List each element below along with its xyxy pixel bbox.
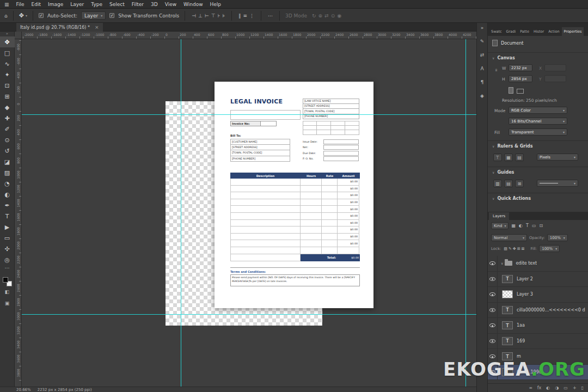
filter-type-layers-icon[interactable]: T <box>526 223 529 228</box>
toolbar-collapse-icon[interactable]: » <box>6 32 8 36</box>
link-dimensions-icon[interactable]: ∞ <box>494 68 499 72</box>
columns-toggle-icon[interactable]: ▤ <box>515 154 524 161</box>
color-mode-dropdown[interactable]: RGB Color ▾ <box>509 107 567 114</box>
gradient-tool[interactable]: ▨ <box>0 167 15 178</box>
home-icon[interactable]: ⌂ <box>4 13 8 19</box>
healing-brush-tool[interactable]: ✚ <box>0 113 15 124</box>
align-right-icon[interactable]: ⊢ <box>205 13 209 19</box>
height-field[interactable]: 2854 px <box>509 75 532 82</box>
canvas-section-header[interactable]: ∨ Canvas <box>492 56 515 60</box>
adjustment-layer-icon[interactable]: ◑ <box>555 385 559 390</box>
align-center-h-icon[interactable]: ⊥ <box>198 13 203 19</box>
type-tool[interactable]: T <box>0 211 15 222</box>
lock-transparency-icon[interactable]: ▨ <box>504 247 507 251</box>
link-layers-icon[interactable]: ∞ <box>529 385 532 390</box>
hand-tool[interactable]: ✣ <box>0 243 15 254</box>
visibility-toggle[interactable] <box>488 272 498 287</box>
move-tool[interactable]: ✥ <box>0 36 15 47</box>
chevron-down-icon[interactable]: ∨ <box>501 261 503 265</box>
vertical-guide[interactable] <box>465 39 466 387</box>
canvas-area[interactable]: LEGAL INVOICE Invoice No: [LAW OFFICE NA… <box>22 39 476 387</box>
menu-item-view[interactable]: View <box>165 2 176 7</box>
edit-toolbar-icon[interactable]: ⋯ <box>5 265 10 273</box>
visibility-toggle[interactable] <box>488 334 498 349</box>
y-field[interactable] <box>544 75 566 82</box>
landscape-orientation-button[interactable] <box>517 89 524 94</box>
blend-mode-dropdown[interactable]: Normal ▾ <box>491 234 527 241</box>
lasso-tool[interactable]: ∿ <box>0 58 15 69</box>
rulers-grids-section-header[interactable]: ∨ Rulers & Grids <box>492 144 532 149</box>
pan-3d-icon[interactable]: ⇄ <box>324 13 329 19</box>
show-transform-checkbox[interactable]: ✓ <box>109 13 114 18</box>
layer-mask-icon[interactable]: ◐ <box>546 385 550 390</box>
layer-row[interactable]: T169 <box>488 334 588 350</box>
menu-item-window[interactable]: Window <box>183 2 203 7</box>
ruler-corner[interactable] <box>15 32 22 39</box>
orbit-3d-icon[interactable]: ↻ <box>312 13 316 19</box>
x-field[interactable] <box>544 64 566 71</box>
more-options-icon[interactable]: ⋯ <box>268 13 273 19</box>
layer-filter-dropdown[interactable]: Kind ▾ <box>491 222 509 229</box>
distribute-horizontal-icon[interactable]: ∥ <box>238 13 241 19</box>
horizontal-guide[interactable] <box>22 314 476 315</box>
guides-section-header[interactable]: ∨ Guides <box>492 170 514 175</box>
crop-tool[interactable]: ⊡ <box>0 80 15 91</box>
zoom-tool[interactable]: ◎ <box>0 254 15 265</box>
eraser-tool[interactable]: ◪ <box>0 156 15 167</box>
smart-guides-toggle-icon[interactable]: ▤ <box>504 180 513 187</box>
layer-row[interactable]: Layer 3 <box>488 287 588 303</box>
pen-tool[interactable]: ✒ <box>0 200 15 211</box>
screen-mode-icon[interactable]: ▣ <box>5 301 10 309</box>
visibility-toggle[interactable] <box>488 318 498 333</box>
menu-item-file[interactable]: File <box>16 2 24 7</box>
menu-item-select[interactable]: Select <box>109 2 125 7</box>
zoom-level[interactable]: 20.66% <box>16 388 31 392</box>
clone-stamp-tool[interactable]: ⊙ <box>0 134 15 145</box>
auto-select-checkbox[interactable]: ✓ <box>39 13 44 18</box>
distribute-spacing-icon[interactable]: ⋮ <box>249 13 254 19</box>
menu-item-layer[interactable]: Layer <box>70 2 84 7</box>
menu-item-help[interactable]: Help <box>210 2 222 7</box>
roll-3d-icon[interactable]: ⊕ <box>318 13 323 19</box>
visibility-toggle[interactable] <box>488 303 498 318</box>
glyphs-panel-icon[interactable]: ◈ <box>480 93 484 99</box>
panel-tab-gradi[interactable]: Gradi <box>504 27 518 36</box>
align-center-v-icon[interactable]: ⊦ <box>218 13 220 19</box>
visibility-toggle[interactable] <box>488 256 498 271</box>
filter-shape-layers-icon[interactable]: ▭ <box>532 223 536 228</box>
new-layer-icon[interactable]: + <box>573 385 577 390</box>
visibility-toggle[interactable] <box>488 287 498 302</box>
auto-select-target-dropdown[interactable]: Layer ▾ <box>81 11 106 20</box>
filter-smart-objects-icon[interactable]: ⊡ <box>539 223 543 228</box>
history-brush-tool[interactable]: ↺ <box>0 145 15 156</box>
layer-row[interactable]: TLayer 2 <box>488 272 588 287</box>
lock-artboard-icon[interactable]: ⊞ <box>517 247 520 251</box>
layer-row[interactable]: Tcilla0000000...<<<<<<<<0 d <box>488 303 588 318</box>
vertical-guide[interactable] <box>181 39 181 387</box>
brush-tool[interactable]: ✐ <box>0 124 15 134</box>
menu-item-filter[interactable]: Filter <box>132 2 144 7</box>
color-swatches[interactable] <box>3 277 12 286</box>
dodge-tool[interactable]: ◐ <box>0 189 15 200</box>
grid-toggle-icon[interactable]: ▦ <box>504 154 513 161</box>
horizontal-guide[interactable] <box>22 114 476 115</box>
guides-toggle-icon[interactable]: ▥ <box>493 180 502 187</box>
menu-item-image[interactable]: Image <box>48 2 63 7</box>
canvas-fill-dropdown[interactable]: Transparent ▾ <box>509 128 567 136</box>
align-top-icon[interactable]: ⊤ <box>211 13 216 19</box>
quick-actions-section-header[interactable]: ∨ Quick Actions <box>492 196 531 201</box>
opacity-field[interactable]: 100% ▾ <box>547 234 568 241</box>
eyedropper-tool[interactable]: ◆ <box>0 102 15 113</box>
current-tool-preset[interactable]: ✥ ▾ <box>19 12 27 19</box>
vertical-ruler[interactable]: -800-600-400-200020040060080010001200140… <box>15 39 22 387</box>
filter-adjustment-layers-icon[interactable]: ◐ <box>519 223 523 228</box>
layers-tab[interactable]: Layers <box>489 212 509 220</box>
lock-pixels-icon[interactable]: ✎ <box>509 247 512 251</box>
align-left-icon[interactable]: ⊣ <box>192 13 196 19</box>
filter-pixel-layers-icon[interactable]: ▦ <box>511 223 516 228</box>
align-bottom-icon[interactable]: ⊧ <box>222 13 225 19</box>
quick-mask-icon[interactable]: ◧ <box>5 289 10 298</box>
blur-tool[interactable]: ◔ <box>0 178 15 189</box>
menu-item-type[interactable]: Type <box>91 2 102 7</box>
fill-field[interactable]: 100% ▾ <box>539 245 560 252</box>
